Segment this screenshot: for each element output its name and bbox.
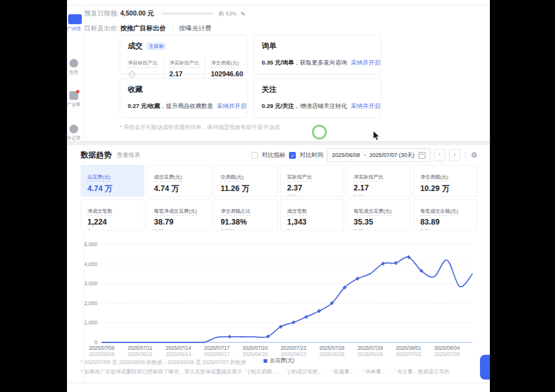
adopt-enable-link[interactable]: 采纳并开启 [351, 102, 381, 109]
svg-text:1,000: 1,000 [84, 319, 98, 326]
svg-text:3,000: 3,000 [84, 280, 98, 287]
section-divider [67, 141, 490, 145]
svg-text:2025/07/02: 2025/07/02 [396, 352, 421, 357]
mouse-cursor [373, 131, 380, 141]
svg-text:2025/06/26: 2025/06/26 [319, 352, 345, 357]
metric-cards: 总花费(元) 4.74 万 0.00 成交花费(元) 4.74 万 0.00 交… [81, 165, 477, 231]
metric-card-transaction-amount[interactable]: 交易额(元) 11.26 万 0.00 [214, 165, 278, 197]
chart-period-footnote: * 2025/07/08 至 2025/08/06 的数据；2025/06/08… [81, 359, 246, 367]
date-range-picker[interactable]: 2025/06/08 ~ 2025/07/07 (30天) [327, 148, 430, 162]
goal-card-inquiry: 询单 0.35 元/询单，获取更多意向咨询采纳并开启 [254, 35, 381, 74]
sidebar-item-label: 广详情 [67, 26, 83, 32]
svg-text:2025/06/23: 2025/06/23 [281, 352, 306, 357]
gear-icon[interactable]: ⚙ [471, 151, 477, 159]
svg-text:2025/06/20: 2025/06/20 [242, 352, 268, 357]
compare-time-checkbox[interactable]: ✓ [289, 152, 296, 159]
svg-text:2025/07/29: 2025/07/29 [358, 345, 383, 351]
bottom-divider [67, 383, 490, 383]
goal-card-favorite: 收藏 0.27 元/收藏，提升商品收藏数量采纳并开启 [120, 78, 247, 118]
svg-text:2025/08/01: 2025/08/01 [396, 345, 421, 351]
date-start: 2025/06/08 [332, 152, 360, 158]
adopt-enable-link[interactable]: 采纳并开启 [351, 59, 381, 66]
next-period-button[interactable]: › [449, 149, 460, 161]
budget-progress-bar [161, 12, 213, 15]
metric-card-cost-per-deal[interactable]: 每笔成交花费(元) 35.35 0.00 [347, 199, 411, 231]
metric-card-actual-roi[interactable]: 实际投产比 2.37 0.00 [280, 165, 344, 197]
adopt-enable-link[interactable]: 采纳并开启 [217, 102, 247, 109]
top-divider [67, 0, 490, 6]
budget-remaining: 剩 63% [218, 10, 237, 18]
metric-card-net-cost-per-deal[interactable]: 每笔净成交花费(元) 38.79 0.00 [147, 199, 211, 231]
compare-metric-checkbox[interactable] [251, 152, 258, 159]
floating-feedback-button[interactable] [480, 355, 490, 380]
edit-budget-icon[interactable]: ✎ [241, 11, 246, 17]
goal-bid-row: 目标及出价: 按推广目标出价 按曝光计费 [84, 24, 211, 33]
card-title: 成交 [128, 41, 143, 51]
metric-card-net-transaction-amount[interactable]: 净交易额(元) 10.29 万 0.00 [414, 165, 477, 197]
view-report-link[interactable]: 查看报表 [117, 151, 140, 159]
metric-card-amount-per-deal[interactable]: 每笔成交金额(元) 83.89 0.00 [414, 199, 477, 231]
info-icon[interactable]: i [129, 71, 135, 78]
svg-text:4,000: 4,000 [84, 261, 98, 267]
sidebar-item-promo-detail[interactable]: 广详情 [67, 14, 83, 32]
svg-text:2025/07/23: 2025/07/23 [281, 345, 306, 351]
goal-card-follow: 关注 0.29 元/关注，增强店铺关注转化采纳并开启 [254, 78, 381, 118]
primary-goal-badge: 主目标 [146, 42, 166, 50]
sidebar-item-label: 广诊断 [67, 102, 83, 108]
svg-text:2025/06/29: 2025/06/29 [358, 352, 383, 357]
svg-text:0: 0 [94, 339, 97, 345]
svg-text:2025/07/11: 2025/07/11 [128, 345, 153, 351]
sidebar-item-history[interactable]: 作记录 [67, 125, 83, 141]
svg-text:2025/07/17: 2025/07/17 [204, 345, 229, 351]
chart-legend[interactable]: 总花费(元) [264, 357, 295, 365]
svg-text:2025/07/05: 2025/07/05 [434, 352, 460, 357]
notification-dot [76, 90, 79, 93]
metric-card-net-deal-count[interactable]: 净成交笔数 1,224 0 [81, 199, 144, 231]
svg-text:2025/07/20: 2025/07/20 [242, 345, 268, 351]
click-highlight-ring [312, 125, 327, 140]
svg-text:5,000: 5,000 [84, 241, 98, 247]
svg-text:2025/06/17: 2025/06/17 [204, 352, 229, 357]
promo-detail-icon [68, 14, 82, 24]
svg-text:2025/07/26: 2025/07/26 [319, 345, 345, 351]
metric-card-net-actual-roi[interactable]: 净实际投产比 2.17 0.00 [347, 165, 411, 197]
goal-card-deal: 成交 主目标 净目标投产比i 2.45 ✎ 净实际投产比 2.17 净交易额(元… [120, 35, 247, 74]
tab-bid-by-goal[interactable]: 按推广目标出价 [120, 24, 166, 33]
tab-separator [172, 25, 173, 32]
metric-card-deal-spend[interactable]: 成交花费(元) 4.74 万 0.00 [147, 165, 211, 197]
trend-line-chart: 01,0002,0003,0004,0005,0002025/07/082025… [81, 239, 477, 357]
controls-separator [465, 151, 466, 159]
compare-metric-label[interactable]: 对比指标 [262, 151, 285, 159]
sidebar-item-label: 创意 [67, 69, 83, 76]
data-explain-footnote: * 如果推广在暂停或删除前已经获得了曝光，那么在暂停或重建后展示「(净)交易额」… [81, 368, 477, 376]
data-trend-section: 数据趋势 查看报表 对比指标 ✓ 对比时间 2025/06/08 ~ 2025/… [81, 149, 477, 376]
budget-value: 4,500.00 元 [120, 9, 154, 18]
metric-card-deal-count[interactable]: 成交笔数 1,343 0 [280, 199, 344, 231]
trend-title: 数据趋势 [81, 150, 112, 161]
compare-time-label[interactable]: 对比时间 [300, 151, 323, 159]
sidebar-item-diagnosis[interactable]: 广诊断 [67, 91, 83, 108]
sidebar-item-creative[interactable]: 创意 [67, 59, 83, 76]
goal-cards-footnote: * 系统会尽可能达成你设置的目标，保持稳定投放有助于提升达成 [120, 123, 280, 131]
card-title: 询单 [262, 41, 277, 51]
diagnosis-icon [69, 91, 78, 100]
svg-text:2025/06/08: 2025/06/08 [89, 352, 115, 357]
prev-period-button[interactable]: ‹ [434, 149, 445, 161]
svg-text:2025/07/08: 2025/07/08 [89, 345, 115, 351]
date-end: 2025/07/07 (30天) [370, 151, 415, 159]
tab-bid-by-impression[interactable]: 按曝光计费 [179, 24, 212, 33]
history-clock-icon [69, 125, 78, 133]
goal-bid-label: 目标及出价: [84, 24, 120, 33]
creative-icon [69, 59, 78, 68]
svg-text:2025/08/04: 2025/08/04 [434, 345, 460, 351]
calendar-icon [419, 152, 425, 159]
legend-marker-icon [264, 359, 267, 363]
metric-card-total-spend[interactable]: 总花费(元) 4.74 万 0.00 [81, 165, 144, 197]
svg-text:2,000: 2,000 [84, 300, 98, 306]
budget-label: 预算日限额: [84, 9, 120, 18]
metric-card-net-transaction-ratio[interactable]: 净交易额占比 91.38% 0.00% [214, 199, 278, 231]
card-title: 关注 [262, 84, 277, 95]
svg-text:2025/07/14: 2025/07/14 [166, 345, 191, 351]
budget-row: 预算日限额: 4,500.00 元 剩 63% ✎ [84, 9, 246, 18]
app-window: 广详情 创意 广诊断 作记录 预算日限额: 4,500.00 元 剩 63% ✎… [67, 0, 490, 392]
